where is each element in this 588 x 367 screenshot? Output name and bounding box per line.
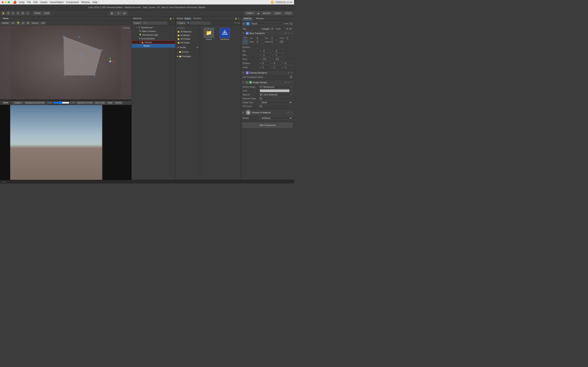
game-tab[interactable]: Game	[1, 101, 10, 104]
rt-menu-icon[interactable]: ⋮	[291, 32, 292, 34]
object-name-input[interactable]	[251, 22, 283, 25]
transform-tool[interactable]: ⤢	[26, 11, 30, 15]
image-type-dropdown[interactable]: Sliced Simple Tiled Filled	[260, 101, 292, 104]
all-models-folder[interactable]: ⭐ All Models	[176, 33, 200, 37]
packages-folder[interactable]: ▶ 📁 Packages	[176, 54, 200, 58]
hierarchy-item-panel[interactable]: ▫ Panel	[132, 44, 175, 48]
project-create-btn[interactable]: Create ▾	[176, 21, 186, 25]
is-edit-icon[interactable]: ✏	[288, 81, 289, 83]
scene-tab[interactable]: Scene	[1, 17, 10, 20]
assets-expand-icon[interactable]: ⊳	[197, 46, 198, 49]
material-select-icon[interactable]: ⊙	[291, 94, 292, 96]
hierarchy-search[interactable]	[143, 21, 167, 25]
anchor-min-x[interactable]	[263, 49, 271, 53]
r-button[interactable]: R	[280, 40, 284, 43]
local-button[interactable]: Local	[43, 11, 51, 15]
all-materials-folder[interactable]: ⭐ All Materials	[176, 30, 200, 33]
tag-dropdown[interactable]: Untagged	[260, 27, 274, 30]
hand-tool[interactable]: ✋	[1, 11, 5, 15]
top-input[interactable]	[271, 36, 279, 40]
color-field[interactable]	[260, 89, 290, 92]
inspector-tab[interactable]: Inspector	[242, 17, 253, 20]
fill-center-checkbox[interactable]	[260, 105, 262, 108]
services-tab[interactable]: Services	[193, 17, 201, 20]
shader-dropdown[interactable]: UI/Default	[260, 117, 292, 120]
scene-search[interactable]: ≡All	[40, 21, 46, 25]
left-input[interactable]	[256, 36, 264, 40]
project-item-startscene[interactable]: StartScene	[218, 27, 232, 41]
collab-button[interactable]: Collab ▾	[244, 11, 255, 15]
game-gizmos[interactable]: Gizmos	[114, 101, 123, 104]
resolution-dropdown[interactable]: Standalone (1024x768)	[24, 101, 45, 104]
rotate-tool[interactable]: ↻	[11, 11, 15, 15]
layout-button[interactable]: 2 by 3	[284, 11, 293, 15]
hierarchy-item-eventsystem[interactable]: ⚙ EventSystem	[132, 37, 175, 40]
cr-more-icon[interactable]: ⚙	[288, 72, 289, 74]
scale-slider[interactable]	[53, 101, 69, 104]
pivot-x[interactable]	[263, 58, 271, 61]
source-image-input[interactable]	[263, 85, 290, 89]
hierarchy-scene-root[interactable]: ▼ 🎬 StartScene*	[132, 26, 175, 29]
scale-tool[interactable]: ⊡	[16, 11, 20, 15]
2d-button[interactable]: 2D	[10, 21, 15, 25]
all-prefabs-folder[interactable]: ⭐ All Prefabs	[176, 37, 200, 41]
right-input[interactable]	[256, 40, 264, 43]
material-input[interactable]	[263, 93, 290, 96]
stretch-icon-box[interactable]	[242, 39, 248, 44]
bottom-input[interactable]	[271, 40, 279, 43]
hierarchy-item-canvas[interactable]: ▼ 📐 Canvas	[132, 40, 175, 44]
gizmos-dropdown[interactable]: Gizmos	[31, 21, 40, 25]
center-button[interactable]: Center	[33, 11, 42, 15]
object-enabled-checkbox[interactable]	[242, 22, 245, 25]
stats-btn[interactable]: Stats	[107, 101, 113, 104]
project-item-scenes[interactable]: 📁 Scenes	[202, 27, 216, 41]
scale-z[interactable]	[285, 66, 293, 69]
project-search-input[interactable]	[190, 21, 210, 25]
rot-x[interactable]	[262, 62, 270, 65]
game-viewport[interactable]	[0, 105, 131, 184]
list-icon[interactable]: ≡	[237, 22, 238, 24]
menu-unity[interactable]: Unity	[19, 1, 25, 4]
color-picker-icon[interactable]: ✏	[291, 90, 292, 92]
minimize-btn[interactable]	[5, 1, 7, 3]
close-btn[interactable]	[2, 1, 4, 3]
layer-dropdown[interactable]: UI	[285, 27, 292, 30]
grid-icon[interactable]: ⊞	[238, 22, 240, 24]
canvas-renderer-header[interactable]: ▼ ◈ Canvas Renderer ⚙ ✏	[241, 70, 294, 75]
maximize-btn[interactable]	[8, 1, 10, 3]
anchor-min-y[interactable]	[275, 49, 283, 53]
project-tab-active[interactable]: Project	[184, 17, 191, 20]
anchor-max-y[interactable]	[275, 53, 283, 57]
rot-y[interactable]	[273, 62, 281, 65]
menu-file[interactable]: File	[27, 1, 31, 4]
rt-more-icon[interactable]: ⚙	[285, 32, 286, 34]
rot-z[interactable]	[285, 62, 293, 65]
dm-more-icon[interactable]: ⚙	[287, 111, 289, 114]
menu-gameobject[interactable]: GameObject	[50, 1, 63, 4]
menu-component[interactable]: Component	[66, 1, 79, 4]
is-menu-icon[interactable]: ⋮	[291, 81, 292, 83]
scene-viewport[interactable]: < Persp	[0, 25, 131, 100]
posz-input[interactable]	[286, 36, 294, 40]
rect-tool[interactable]: ⊞	[21, 11, 25, 15]
menu-edit[interactable]: Edit	[34, 1, 38, 4]
move-tool[interactable]: ✥	[6, 11, 10, 15]
all-scripts-folder[interactable]: ⭐ All Scripts	[176, 41, 200, 44]
shaded-dropdown[interactable]: Shaded	[1, 21, 9, 25]
static-checkbox[interactable]	[290, 22, 292, 25]
hierarchy-item-directionallight[interactable]: 💡 Directional Light	[132, 33, 175, 37]
scenes-folder[interactable]: 📁 Scenes	[176, 50, 200, 54]
image-script-header[interactable]: ▼ 🖼 Image (Script) ⚙ ✏ ⋮	[241, 80, 294, 85]
star-icon[interactable]: ★	[234, 22, 236, 24]
pause-button[interactable]: ⏸	[116, 11, 121, 16]
cr-edit-icon[interactable]: ✏	[291, 72, 292, 74]
scale-y[interactable]	[273, 66, 281, 69]
hierarchy-menu-icon[interactable]: ☰	[173, 17, 174, 20]
mute-audio[interactable]: Mute Audio	[94, 101, 106, 104]
scale-x[interactable]	[262, 66, 270, 69]
project-menu-icon[interactable]: ☰	[238, 17, 240, 20]
menu-help[interactable]: Help	[92, 1, 97, 4]
image-enabled-checkbox[interactable]	[246, 81, 248, 83]
menu-assets[interactable]: Assets	[40, 1, 47, 4]
apple-menu[interactable]: 🍎	[13, 1, 17, 4]
